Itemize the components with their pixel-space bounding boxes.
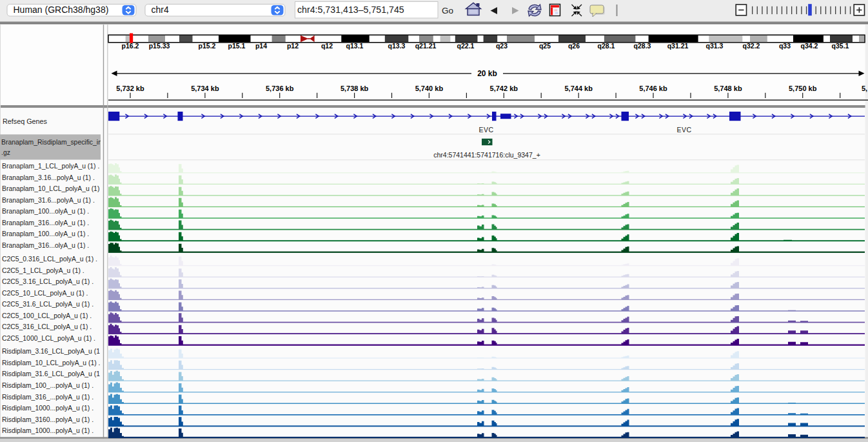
- svg-text:p12: p12: [287, 42, 299, 50]
- svg-text:Branaplam_3.16...polyA_u (1): Branaplam_3.16...polyA_u (1) .: [2, 174, 95, 181]
- svg-text:Risdiplam_1000...polyA_u (1): Risdiplam_1000...polyA_u (1) .: [2, 405, 94, 412]
- svg-text:p15.1: p15.1: [228, 42, 246, 50]
- svg-text:Refseq Genes: Refseq Genes: [3, 117, 48, 125]
- svg-text:C2C5_0.316_LCL_polyA_u (1) .: C2C5_0.316_LCL_polyA_u (1) .: [2, 256, 97, 263]
- svg-text:Branaplam_1_LCL_polyA_u (1) .: Branaplam_1_LCL_polyA_u (1) .: [2, 163, 99, 170]
- svg-text:5,740 kb: 5,740 kb: [415, 85, 444, 92]
- svg-text:C2C5_10_LCL_polyA_u (1) .: C2C5_10_LCL_polyA_u (1) .: [2, 290, 88, 297]
- svg-text:C2C5_1_LCL_polyA_u (1) .: C2C5_1_LCL_polyA_u (1) .: [2, 267, 84, 274]
- svg-text:q28.3: q28.3: [634, 42, 651, 50]
- svg-text:C2C5_316_LCL_polyA_u (1) .: C2C5_316_LCL_polyA_u (1) .: [2, 323, 92, 330]
- svg-text:chr4:5,731,413–5,751,745: chr4:5,731,413–5,751,745: [297, 5, 404, 15]
- svg-text:p15.2: p15.2: [199, 42, 216, 50]
- svg-text:q28.1: q28.1: [598, 42, 615, 50]
- svg-text:q13.3: q13.3: [388, 42, 406, 50]
- svg-text:5,734 kb: 5,734 kb: [191, 85, 219, 92]
- svg-text:C2C5_31.6_LCL_polyA_u (1) .: C2C5_31.6_LCL_polyA_u (1) .: [2, 301, 94, 308]
- svg-text:Branaplam_Risdiplam_specific_i: Branaplam_Risdiplam_specific_int: [1, 139, 104, 146]
- svg-text:Branaplam_100...olyA_u (1) .: Branaplam_100...olyA_u (1) .: [2, 208, 89, 215]
- svg-text:5,750 kb: 5,750 kb: [789, 85, 817, 92]
- svg-text:5,744 kb: 5,744 kb: [564, 85, 593, 92]
- svg-text:q33: q33: [779, 42, 791, 50]
- svg-text:q21.21: q21.21: [415, 42, 437, 50]
- svg-text:Branaplam_31.6...polyA_u (1): Branaplam_31.6...polyA_u (1) .: [2, 197, 95, 204]
- svg-text:Branaplam_100...olyA_u (1) .: Branaplam_100...olyA_u (1) .: [2, 230, 89, 237]
- svg-text:.gz: .gz: [1, 149, 10, 156]
- svg-text:5,746 kb: 5,746 kb: [639, 85, 667, 92]
- svg-text:5,748 kb: 5,748 kb: [714, 85, 742, 92]
- svg-text:Branaplam_316...olyA_u (1) .: Branaplam_316...olyA_u (1) .: [2, 219, 89, 226]
- svg-text:Risdiplam_3160...polyA_u (1): Risdiplam_3160...polyA_u (1) .: [2, 416, 94, 423]
- svg-text:chr4:5741441:5741716:clu_9347_: chr4:5741441:5741716:clu_9347_+: [433, 151, 540, 159]
- svg-text:q26: q26: [568, 42, 580, 50]
- svg-text:5,738 kb: 5,738 kb: [340, 85, 369, 92]
- svg-text:Branaplam_10_LCL_polyA_u (1): Branaplam_10_LCL_polyA_u (1): [2, 185, 99, 192]
- svg-text:p14: p14: [255, 42, 267, 50]
- svg-text:EVC: EVC: [676, 126, 691, 134]
- svg-text:q22.1: q22.1: [457, 42, 475, 50]
- svg-text:p16.2: p16.2: [122, 42, 139, 50]
- svg-text:Risdiplam_10_LCL_polyA_u (1): Risdiplam_10_LCL_polyA_u (1) .: [2, 359, 100, 367]
- svg-text:C2C5_1000_LCL_polyA_u (1) .: C2C5_1000_LCL_polyA_u (1) .: [2, 335, 95, 342]
- svg-text:5,: 5,: [862, 85, 867, 92]
- svg-text:C2C5_100_LCL_polyA_u (1) .: C2C5_100_LCL_polyA_u (1) .: [2, 312, 92, 319]
- svg-text:Risdiplam_3.16_LCL_polyA_u (1: Risdiplam_3.16_LCL_polyA_u (1: [2, 348, 100, 355]
- svg-text:Risdiplam_31.6_LCL_polyA_u (1: Risdiplam_31.6_LCL_polyA_u (1: [2, 370, 100, 377]
- svg-text:q32.2: q32.2: [743, 42, 760, 50]
- svg-text:q35.1: q35.1: [832, 42, 849, 50]
- svg-text:q13.1: q13.1: [346, 42, 364, 50]
- svg-text:chr4: chr4: [152, 5, 169, 15]
- svg-text:Branaplam_316...olyA_u (1) .: Branaplam_316...olyA_u (1) .: [2, 242, 89, 249]
- svg-text:p15.33: p15.33: [149, 42, 170, 50]
- svg-text:q25: q25: [539, 42, 551, 50]
- svg-text:Risdiplam_316_...polyA_u (1): Risdiplam_316_...polyA_u (1) .: [2, 394, 94, 401]
- svg-text:Risdiplam_100_...polyA_u (1): Risdiplam_100_...polyA_u (1) .: [2, 382, 94, 389]
- svg-text:C2C5_3.16_LCL_polyA_u (1) .: C2C5_3.16_LCL_polyA_u (1) .: [2, 278, 94, 285]
- svg-text:EVC: EVC: [478, 126, 493, 134]
- svg-text:Go: Go: [442, 6, 453, 15]
- svg-text:q34.2: q34.2: [801, 42, 818, 50]
- svg-text:q23: q23: [496, 42, 508, 50]
- svg-text:q12: q12: [321, 42, 333, 50]
- svg-text:q31.3: q31.3: [706, 42, 724, 50]
- svg-text:Human (GRCh38/hg38): Human (GRCh38/hg38): [14, 5, 109, 15]
- svg-text:5,742 kb: 5,742 kb: [490, 85, 518, 92]
- svg-text:Risdiplam_1000...polyA_u (1): Risdiplam_1000...polyA_u (1) .: [2, 427, 94, 434]
- svg-text:5,732 kb: 5,732 kb: [116, 85, 144, 92]
- svg-text:q31.21: q31.21: [667, 42, 689, 50]
- svg-text:5,736 kb: 5,736 kb: [266, 85, 294, 92]
- svg-text:20 kb: 20 kb: [477, 69, 497, 78]
